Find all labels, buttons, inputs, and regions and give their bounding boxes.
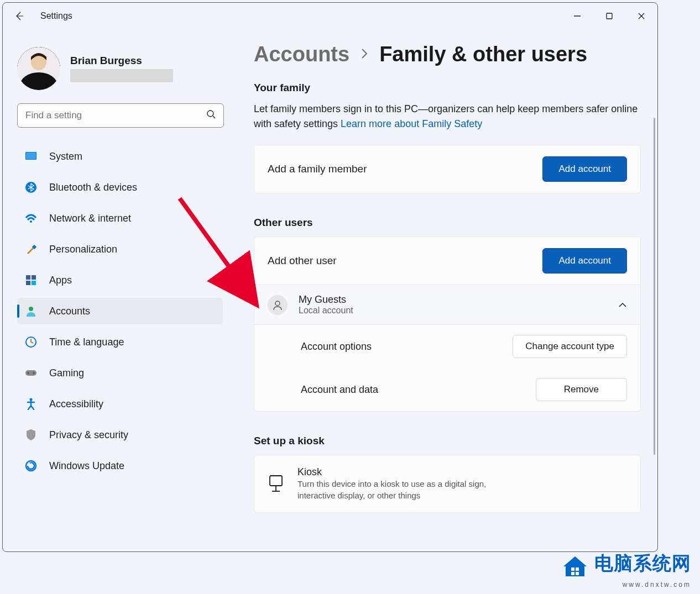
user-name: Brian Burgess (70, 55, 173, 67)
sidebar-item-label: Accounts (49, 306, 90, 317)
family-description: Let family members sign in to this PC—or… (254, 102, 641, 132)
user-account-header[interactable]: My Guests Local account (254, 285, 640, 324)
sidebar-item-label: System (49, 151, 82, 162)
chevron-up-icon (618, 300, 627, 310)
bluetooth-icon (25, 181, 37, 193)
svg-rect-15 (32, 275, 36, 280)
sidebar-item-gaming[interactable]: Gaming (17, 360, 223, 386)
sidebar-item-bluetooth[interactable]: Bluetooth & devices (17, 174, 223, 201)
sidebar-item-label: Windows Update (49, 460, 124, 472)
svg-rect-17 (32, 281, 36, 285)
account-options-label: Account options (301, 341, 372, 353)
sidebar-item-label: Bluetooth & devices (49, 182, 137, 193)
apps-icon (25, 274, 37, 286)
account-type: Local account (299, 306, 353, 316)
brush-icon (25, 243, 37, 255)
account-options-section: Account options Change account type Acco… (254, 324, 640, 411)
titlebar: Settings (3, 3, 657, 29)
scrollbar[interactable] (654, 118, 655, 455)
nav-list: System Bluetooth & devices Network & int… (17, 143, 223, 479)
family-heading: Your family (254, 82, 641, 94)
svg-line-8 (213, 116, 215, 118)
watermark-url: www.dnxtw.com (561, 581, 691, 588)
sidebar-item-personalization[interactable]: Personalization (17, 236, 223, 262)
monitor-icon (25, 150, 37, 162)
svg-rect-33 (576, 572, 579, 575)
sidebar-item-label: Personalization (49, 244, 117, 255)
close-button[interactable] (625, 5, 657, 27)
other-users-card: Add other user Add account My Guests Loc… (254, 236, 641, 412)
sidebar-item-accounts[interactable]: Accounts (17, 298, 223, 324)
add-family-member-label: Add a family member (268, 163, 367, 175)
change-account-type-button[interactable]: Change account type (513, 335, 627, 358)
sidebar-item-label: Network & internet (49, 213, 131, 224)
account-name: My Guests (299, 294, 353, 306)
kiosk-title: Kiosk (297, 466, 508, 478)
watermark: 电脑系统网 www.dnxtw.com (561, 551, 691, 588)
breadcrumb-current: Family & other users (379, 43, 587, 66)
family-card: Add a family member Add account (254, 145, 641, 193)
svg-point-21 (28, 372, 29, 374)
svg-point-18 (29, 307, 33, 311)
person-icon (25, 305, 37, 317)
house-icon (561, 554, 589, 581)
account-data-label: Account and data (301, 384, 378, 396)
sidebar-item-label: Privacy & security (49, 429, 128, 441)
family-safety-link[interactable]: Learn more about Family Safety (341, 118, 482, 129)
sidebar-item-system[interactable]: System (17, 143, 223, 170)
sidebar-item-windows-update[interactable]: Windows Update (17, 453, 223, 479)
sidebar-item-time-language[interactable]: Time & language (17, 329, 223, 355)
other-users-heading: Other users (254, 217, 641, 229)
breadcrumb: Accounts Family & other users (254, 43, 641, 66)
app-title: Settings (40, 11, 72, 21)
sidebar-item-privacy[interactable]: Privacy & security (17, 422, 223, 448)
sidebar-item-label: Time & language (49, 337, 124, 348)
sidebar-item-label: Gaming (49, 367, 84, 379)
svg-rect-14 (26, 275, 30, 280)
svg-rect-16 (26, 281, 30, 285)
chevron-right-icon (359, 48, 369, 62)
main-content: Accounts Family & other users Your famil… (232, 29, 657, 551)
add-other-user-label: Add other user (268, 255, 337, 267)
sidebar: Brian Burgess System Bluetooth & devices… (3, 29, 232, 551)
sidebar-item-label: Apps (49, 275, 72, 286)
user-block[interactable]: Brian Burgess (17, 47, 223, 90)
back-button[interactable] (14, 10, 25, 22)
search-input[interactable] (17, 103, 224, 128)
sidebar-item-apps[interactable]: Apps (17, 267, 223, 293)
add-family-account-button[interactable]: Add account (542, 156, 627, 182)
kiosk-description: Turn this device into a kiosk to use as … (297, 478, 508, 501)
accessibility-icon (25, 398, 37, 410)
minimize-button[interactable] (561, 5, 593, 27)
search-icon (206, 109, 216, 122)
maximize-button[interactable] (593, 5, 625, 27)
svg-rect-31 (576, 567, 579, 571)
user-email-redacted (70, 69, 173, 82)
kiosk-card: Kiosk Turn this device into a kiosk to u… (254, 455, 641, 513)
svg-point-25 (275, 301, 280, 306)
svg-point-22 (33, 372, 35, 374)
remove-account-button[interactable]: Remove (536, 378, 627, 401)
kiosk-icon (268, 474, 284, 494)
svg-rect-10 (26, 153, 36, 159)
sidebar-item-accessibility[interactable]: Accessibility (17, 391, 223, 417)
person-icon (268, 295, 288, 315)
svg-rect-30 (571, 567, 574, 571)
add-other-account-button[interactable]: Add account (542, 248, 627, 274)
update-icon (25, 460, 37, 472)
svg-rect-20 (25, 370, 36, 376)
sidebar-item-label: Accessibility (49, 398, 103, 410)
svg-rect-26 (270, 476, 282, 486)
svg-point-12 (30, 220, 32, 223)
avatar (17, 47, 60, 90)
sidebar-item-network[interactable]: Network & internet (17, 205, 223, 232)
kiosk-heading: Set up a kiosk (254, 435, 641, 447)
svg-rect-32 (571, 572, 574, 575)
svg-point-7 (207, 111, 213, 117)
shield-icon (25, 429, 37, 441)
clock-globe-icon (25, 336, 37, 348)
gamepad-icon (25, 367, 37, 379)
settings-window: Settings Brian Burgess (2, 2, 658, 552)
breadcrumb-parent[interactable]: Accounts (254, 43, 349, 66)
watermark-text: 电脑系统网 (594, 553, 691, 574)
